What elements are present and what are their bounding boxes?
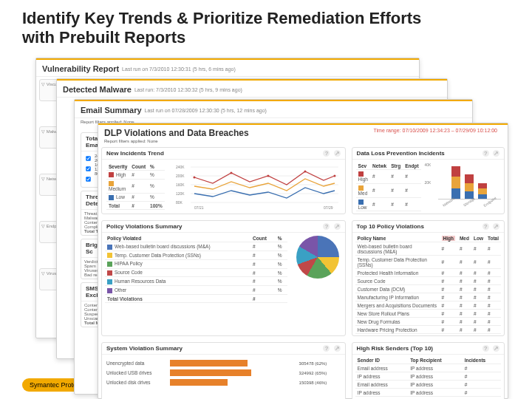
top10-table: Policy Name High MedLowTotal Web-based b…	[355, 234, 501, 334]
svg-point-12	[267, 175, 269, 177]
expand-icon[interactable]: ↗	[334, 345, 341, 352]
vuln-title: Vulnerability Report	[42, 64, 119, 73]
expand-icon[interactable]: ↗	[493, 223, 499, 230]
help-icon[interactable]: ?	[323, 150, 330, 157]
title-line1: Identify Key Trends & Prioritize Remedia…	[22, 9, 421, 27]
expand-icon[interactable]: ↗	[334, 223, 341, 230]
svg-point-13	[304, 171, 306, 173]
violations-title: Policy Violations Summary	[106, 223, 183, 230]
dlp-filters: Report filters applied: None	[103, 138, 250, 144]
stackbar-network	[451, 165, 460, 199]
panel-new-incidents-trend: New Incidents Trend ? ↗ SeverityCount% H…	[101, 147, 346, 214]
senders-title: High Risk Senders (Top 10)	[357, 345, 433, 352]
dlp-title: DLP Violations and Data Breaches	[103, 126, 250, 138]
panel-system-violation: System Violation Summary ? ↗ Unencrypted…	[101, 342, 346, 399]
checkbox[interactable]	[86, 177, 91, 182]
svg-point-10	[193, 177, 195, 179]
stackbar-endpoint	[478, 165, 487, 199]
help-icon[interactable]: ?	[482, 150, 489, 157]
vuln-header: Vulnerability Report Last run on 7/3/201…	[36, 61, 419, 77]
report-stack: Vulnerability Report Last run on 7/3/201…	[35, 58, 508, 383]
panel-policy-violations: Policy Violations Summary ? ↗ Policy Vio…	[101, 220, 346, 336]
svg-text:07/21: 07/21	[194, 205, 204, 210]
title-line2: with Prebuilt Reports	[22, 28, 185, 47]
help-icon[interactable]: ?	[482, 345, 489, 352]
svg-text:160K: 160K	[176, 183, 185, 187]
svg-point-11	[230, 172, 232, 174]
svg-text:80K: 80K	[176, 200, 183, 205]
system-title: System Violation Summary	[106, 345, 183, 352]
malware-title: Detected Malware	[63, 85, 132, 94]
dlp-timerange: Time range: 07/10/2009 12:34:23 – 07/29/…	[368, 126, 503, 134]
checkbox[interactable]	[86, 156, 91, 161]
expand-icon[interactable]: ↗	[334, 150, 341, 157]
svg-point-14	[333, 175, 335, 177]
help-icon[interactable]: ?	[323, 223, 330, 230]
top10-title: Top 10 Policy Violations	[357, 223, 424, 230]
panel-dlp-incidents: Data Loss Prevention Incidents ? ↗ SevNe…	[352, 147, 505, 214]
trend-title: New Incidents Trend	[106, 150, 164, 157]
incidents-title: Data Loss Prevention Incidents	[357, 150, 445, 157]
panel-high-risk-senders: High Risk Senders (Top 10) ? ↗ Sender ID…	[352, 342, 505, 399]
slide-title: Identify Key Trends & Prioritize Remedia…	[0, 0, 532, 51]
trend-legend-table: SeverityCount% High#% Medium#% Low#% Tot…	[106, 163, 165, 210]
help-icon[interactable]: ?	[482, 223, 489, 230]
email-sub: Last run on 07/28/2009 12:30:30 (5 hrs, …	[145, 108, 267, 113]
stackbar-storage	[465, 165, 474, 199]
violations-pie-chart	[296, 236, 339, 279]
expand-icon[interactable]: ↗	[493, 150, 499, 157]
svg-text:120K: 120K	[176, 191, 185, 196]
checkbox[interactable]	[86, 166, 91, 171]
expand-icon[interactable]: ↗	[493, 345, 499, 352]
email-title: Email Summary	[81, 106, 142, 115]
panel-top10: Top 10 Policy Violations ? ↗ Policy Name…	[352, 220, 505, 336]
violations-table: Policy ViolatedCount% Web-based bulletin…	[105, 234, 287, 303]
vuln-sub: Last run on 7/3/2010 12:30:31 (5 hrs, 6 …	[122, 66, 236, 72]
trend-line-chart: 240K 200K 160K 120K 80K 07/21 07/29	[172, 161, 342, 210]
svg-text:200K: 200K	[176, 174, 185, 178]
help-icon[interactable]: ?	[323, 345, 330, 352]
senders-table: Sender IDTop RecipientIncidents Email ad…	[355, 356, 501, 399]
incidents-legend: SevNetwkStrgEndpt High### Med### Low###	[356, 162, 421, 211]
svg-text:07/29: 07/29	[324, 205, 333, 210]
malware-sub: Last run: 7/3/2010 12:30:32 (5 hrs, 9 mi…	[134, 87, 242, 92]
svg-text:240K: 240K	[176, 165, 185, 169]
card-dlp: DLP Violations and Data Breaches Report …	[98, 123, 508, 399]
